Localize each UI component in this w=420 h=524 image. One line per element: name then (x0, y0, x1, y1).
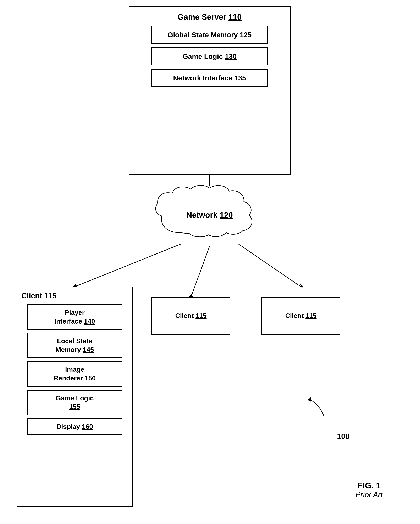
game-logic-client-label: Game Logic155 (30, 394, 120, 411)
ref-100-label: 100 (337, 432, 349, 441)
svg-line-4 (191, 246, 210, 297)
client-right-label: Client 115 (285, 311, 316, 320)
image-renderer-box: ImageRenderer 150 (27, 361, 122, 386)
fig-title: FIG. 1 (355, 481, 383, 490)
game-server-title: Game Server 110 (178, 13, 242, 22)
diagram: Game Server 110 Global State Memory 125 … (0, 0, 420, 524)
game-server-box: Game Server 110 Global State Memory 125 … (129, 6, 291, 175)
svg-line-6 (239, 244, 301, 287)
network-interface-box: Network Interface 135 (151, 69, 268, 87)
player-interface-label: PlayerInterface 140 (30, 308, 120, 326)
client-left-inner: PlayerInterface 140 Local StateMemory 14… (17, 302, 132, 440)
client-middle-box: Client 115 (151, 297, 230, 334)
game-logic-server-label: Game Logic 130 (154, 52, 265, 61)
local-state-memory-label: Local StateMemory 145 (30, 337, 120, 354)
client-right-box: Client 115 (261, 297, 340, 334)
game-server-label: Game Server (178, 13, 227, 21)
game-server-number: 110 (228, 13, 242, 21)
client-middle-label: Client 115 (175, 311, 206, 320)
reference-100: 100 (337, 432, 349, 441)
client-left-box: Client 115 PlayerInterface 140 Local Sta… (17, 287, 133, 507)
game-logic-client-box: Game Logic155 (27, 390, 122, 415)
display-label: Display 160 (30, 422, 120, 431)
player-interface-box: PlayerInterface 140 (27, 304, 122, 330)
svg-marker-8 (308, 397, 311, 402)
global-state-memory-label: Global State Memory 125 (154, 30, 265, 39)
local-state-memory-box: Local StateMemory 145 (27, 333, 122, 358)
network-cloud-container: Network 120 (149, 183, 270, 247)
svg-line-2 (75, 244, 181, 287)
image-renderer-label: ImageRenderer 150 (30, 365, 120, 383)
network-interface-label: Network Interface 135 (154, 73, 265, 82)
network-label: Network 120 (186, 211, 233, 220)
game-logic-server-box: Game Logic 130 (151, 47, 268, 65)
client-left-title: Client 115 (17, 287, 132, 302)
display-box: Display 160 (27, 419, 122, 435)
figure-label: FIG. 1 Prior Art (355, 481, 383, 499)
svg-marker-7 (300, 284, 302, 289)
global-state-memory-box: Global State Memory 125 (151, 26, 268, 44)
fig-subtitle: Prior Art (355, 490, 383, 499)
